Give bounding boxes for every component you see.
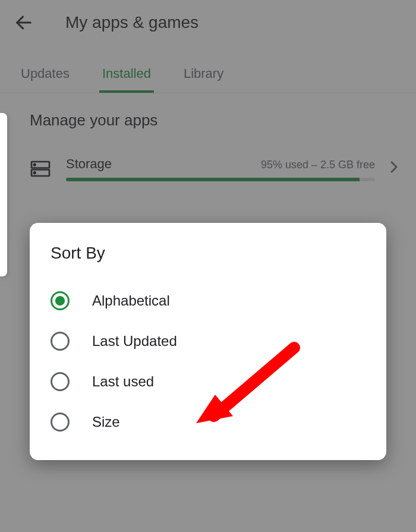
- drawer-edge: [0, 113, 7, 276]
- dialog-title: Sort By: [51, 244, 365, 263]
- radio-icon: [51, 413, 70, 432]
- radio-icon: [51, 332, 70, 351]
- sort-option-last-used[interactable]: Last used: [51, 361, 365, 402]
- sort-option-label: Size: [92, 414, 120, 430]
- sort-option-label: Last used: [92, 373, 154, 390]
- sort-option-label: Last Updated: [92, 333, 177, 350]
- radio-icon: [51, 372, 70, 391]
- radio-icon: [51, 291, 70, 310]
- sort-option-alphabetical[interactable]: Alphabetical: [51, 281, 365, 321]
- sort-option-size[interactable]: Size: [51, 402, 365, 442]
- sort-option-last-updated[interactable]: Last Updated: [51, 321, 365, 361]
- sort-by-dialog: Sort By Alphabetical Last Updated Last u…: [30, 223, 386, 460]
- sort-option-label: Alphabetical: [92, 292, 170, 309]
